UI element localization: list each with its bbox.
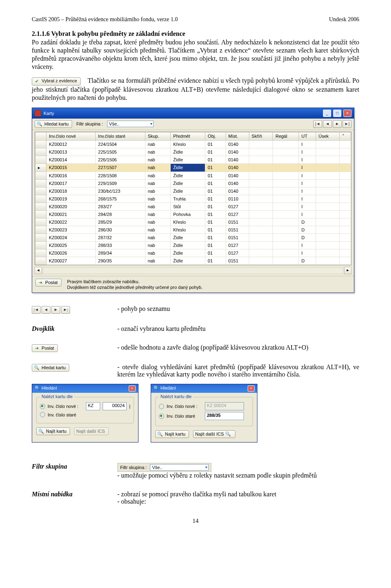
dialog-close-button[interactable]: ×	[248, 385, 255, 392]
nav-first-icon[interactable]: |◄	[32, 306, 41, 314]
table-cell	[273, 179, 299, 187]
table-cell: 284/28	[95, 210, 145, 218]
nav-prev-button[interactable]: ◄	[323, 120, 332, 128]
context-menu-line1: - zobrazí se pomocí pravého tlačítka myš…	[117, 491, 277, 498]
radio-inv-stare[interactable]	[40, 412, 45, 417]
table-cell: 230/bč/123	[95, 187, 145, 195]
find-card-button[interactable]: 🔍 Najít kartu	[155, 430, 189, 438]
table-row[interactable]: ▸KZ00015227/1507nabŽidle010140I	[35, 163, 351, 172]
select-from-evidence-button[interactable]: ✔ Vybrat z evidence	[32, 77, 81, 86]
column-header[interactable]: Úsek	[316, 132, 340, 140]
table-row[interactable]: KZ00022285/29nabKřeslo010151D	[35, 218, 351, 226]
table-row[interactable]: KZ00018230/bč/123nabŽidle010140I	[35, 187, 351, 195]
scroll-up-corner[interactable]: ˄	[340, 132, 351, 140]
table-row[interactable]: KZ00020283/27nabStůl010127I	[35, 203, 351, 210]
scroll-left-button[interactable]: ◄	[35, 267, 42, 274]
inv-nove-number[interactable]: 00024	[103, 402, 127, 410]
table-cell: 268/1575	[95, 195, 145, 203]
column-header[interactable]: Skříň	[249, 132, 273, 140]
table-cell: 0151	[226, 226, 249, 233]
table-cell: Pohovka	[171, 210, 205, 218]
page-number: 14	[32, 518, 359, 524]
column-header[interactable]: Inv.číslo nové	[46, 132, 96, 140]
table-row[interactable]: KZ00017229/1509nabŽidle010140I	[35, 179, 351, 187]
radio-inv-nove[interactable]	[159, 404, 164, 409]
table-row[interactable]: KZ00024287/32nabŽidle010151D	[35, 233, 351, 241]
table-cell: 01	[205, 203, 226, 210]
table-cell: 01	[205, 156, 226, 163]
table-row[interactable]: KZ00023286/30nabKřeslo010151D	[35, 226, 351, 233]
scroll-right-button[interactable]: ►	[344, 267, 351, 274]
column-header[interactable]: Regál	[273, 132, 299, 140]
table-cell	[249, 163, 273, 172]
table-row[interactable]: KZ00012224/1504nabKřeslo010140I	[35, 140, 351, 148]
table-cell: KZ00022	[46, 218, 96, 226]
minimize-button[interactable]: _	[323, 110, 331, 117]
nav-first-button[interactable]: |◄	[313, 120, 322, 128]
table-cell: nab	[145, 257, 171, 264]
inv-nove-prefix[interactable]: KZ	[86, 402, 100, 410]
table-cell	[249, 226, 273, 233]
search-card-button[interactable]: 🔍 Hledat kartu	[35, 120, 72, 128]
search-by-group: Nalézt kartu dle Inv. číslo nové : KZ 00…	[155, 397, 253, 426]
find-next-ics-button[interactable]: Najít další ICS	[74, 427, 108, 435]
table-cell: nab	[145, 148, 171, 156]
close-button[interactable]: ×	[343, 110, 351, 117]
nav-next-icon[interactable]: ►	[51, 306, 60, 314]
group-label: Nalézt kartu dle	[40, 394, 74, 399]
radio-inv-nove-label: Inv. číslo nové :	[48, 404, 83, 409]
legend-search-button[interactable]: 🔍 Hledat kartu	[32, 364, 69, 372]
table-row[interactable]: KZ00016228/1508nabŽidle010140I	[35, 172, 351, 179]
legend-send-button[interactable]: ➜ Poslat	[32, 344, 58, 352]
footer-hint-line1: Pravým tlačítkem zobrazíte nabídku.	[67, 279, 203, 284]
filter-strip[interactable]: Filtr skupina : Vše..	[117, 463, 211, 472]
table-row[interactable]: KZ00019268/1575nabTruhla010110I	[35, 195, 351, 203]
nav-next-button[interactable]: ►	[333, 120, 342, 128]
column-header[interactable]: Obj.	[205, 132, 226, 140]
column-header[interactable]: Míst.	[226, 132, 249, 140]
column-header[interactable]: Skup.	[145, 132, 171, 140]
table-cell	[316, 163, 340, 172]
table-cell: Židle	[171, 241, 205, 249]
column-header[interactable]: UT	[299, 132, 316, 140]
find-card-button[interactable]: 🔍 Najít kartu	[36, 427, 70, 435]
filter-strip-combo[interactable]: Vše..	[150, 464, 209, 471]
search-card-label: Hledat kartu	[44, 121, 68, 126]
send-icon: ➜	[37, 280, 43, 285]
maximize-button[interactable]: □	[333, 110, 341, 117]
find-next-ics-button[interactable]: Najít další ICS 🔍	[193, 430, 235, 438]
table-row[interactable]: KZ00025288/33nabŽidle010127I	[35, 241, 351, 249]
table-row[interactable]: KZ00014226/1506nabŽidle010140I	[35, 156, 351, 163]
table-cell: nab	[145, 218, 171, 226]
table-cell	[316, 210, 340, 218]
legend-doubleclick-text: - označí vybranou kartu předmětu	[117, 325, 359, 333]
nav-last-icon[interactable]: ►|	[61, 306, 70, 314]
radio-inv-stare[interactable]	[159, 414, 164, 419]
table-cell: 0140	[226, 140, 249, 148]
filter-group-combo[interactable]: Vše..	[107, 121, 154, 127]
horizontal-scrollbar[interactable]: ◄ ►	[35, 267, 351, 274]
table-cell: I	[299, 172, 316, 179]
table-cell: KZ00026	[46, 249, 96, 257]
table-cell: 228/1508	[95, 172, 145, 179]
table-row[interactable]: KZ00027290/35nabŽidle010151D	[35, 257, 351, 264]
table-row[interactable]: KZ00021284/28nabPohovka010127I	[35, 210, 351, 218]
cards-grid-body[interactable]: KZ00012224/1504nabKřeslo010140IKZ0001322…	[35, 140, 351, 264]
window-footer: ➜ Poslat Pravým tlačítkem zobrazíte nabí…	[32, 276, 354, 293]
inv-stare-number[interactable]: 288/35	[205, 412, 244, 420]
table-cell: nab	[145, 233, 171, 241]
send-button[interactable]: ➜ Poslat	[35, 279, 62, 286]
table-cell	[316, 203, 340, 210]
scroll-track[interactable]	[43, 267, 343, 274]
nav-prev-icon[interactable]: ◄	[42, 306, 51, 314]
column-header[interactable]: Předmět	[171, 132, 205, 140]
nav-last-button[interactable]: ►|	[343, 120, 351, 128]
table-cell	[249, 203, 273, 210]
radio-inv-nove[interactable]	[40, 404, 45, 409]
table-cell: 01	[205, 172, 226, 179]
column-header[interactable]: Inv.číslo staré	[95, 132, 145, 140]
dialog-title: Hledání	[42, 385, 57, 390]
table-row[interactable]: KZ00026289/34nabŽidle010127I	[35, 249, 351, 257]
table-row[interactable]: KZ00013225/1505nabŽidle010140I	[35, 148, 351, 156]
dialog-close-button[interactable]: ×	[129, 385, 136, 392]
